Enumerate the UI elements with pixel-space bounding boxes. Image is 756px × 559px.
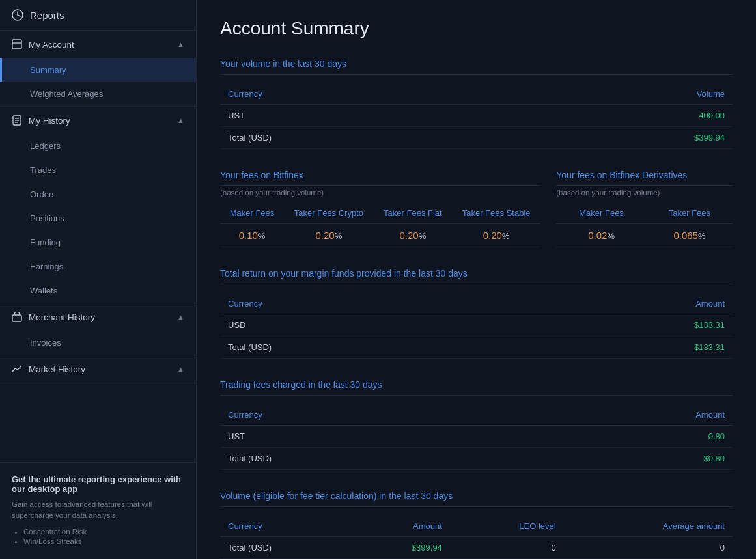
main-content: Account Summary Your volume in the last … [197,0,756,559]
sidebar-item-wallets[interactable]: Wallets [0,279,196,303]
trading-fees-row-amount: $0.80 [512,448,733,470]
merchant-history-icon [12,312,22,322]
table-row: UST 0.80 [220,426,733,448]
table-row: Total (USD) $133.31 [220,336,733,359]
sidebar-section-my-history: My History ▲ LedgersTradesOrdersPosition… [0,107,196,303]
fees-derivatives-table: Maker Fees Taker Fees 0.02% 0.065% [556,203,733,247]
volume-fee-title: Volume (eligible for fee tier calculatio… [220,491,733,507]
sidebar-section-my-account: My Account ▲ SummaryWeighted Averages [0,31,196,107]
sidebar: Reports My Account ▲ SummaryWeighted Ave… [0,0,197,559]
chevron-icon-my-account: ▲ [177,40,184,48]
reports-icon [12,9,23,21]
margin-col-currency: Currency [220,293,508,314]
sidebar-item-invoices[interactable]: Invoices [0,331,196,355]
sidebar-section-header-merchant-history[interactable]: Merchant History ▲ [0,303,196,331]
fees-taker-crypto: 0.20% [284,224,374,247]
svg-rect-9 [12,315,21,321]
fees-bitfinex-col-taker-fiat: Taker Fees Fiat [374,203,452,224]
trading-fees-row-amount: 0.80 [512,426,733,448]
table-row: 0.02% 0.065% [556,224,733,247]
volume-section-title: Your volume in the last 30 days [220,59,733,75]
svg-rect-3 [12,40,21,49]
trading-fees-row-currency: Total (USD) [220,448,512,470]
sidebar-section-label-my-history: My History [29,116,70,126]
sidebar-item-trades[interactable]: Trades [0,158,196,182]
margin-section-title: Total return on your margin funds provid… [220,268,733,284]
volume-row-currency: UST [220,105,508,127]
fees-derivatives-title: Your fees on Bitfinex Derivatives [556,170,733,186]
trading-fees-table: Currency Amount UST 0.80 Total (USD) $0.… [220,405,733,470]
fees-deriv-maker: 0.02% [556,224,647,247]
trading-fees-title: Trading fees charged in the last 30 days [220,379,733,396]
market-history-icon [12,364,22,374]
margin-row-amount: $133.31 [508,314,733,336]
sidebar-item-ledgers[interactable]: Ledgers [0,134,196,158]
table-row: Total (USD) $0.80 [220,448,733,470]
volume-table: Currency Volume UST 400.00 Total (USD) $… [220,84,733,149]
table-row: 0.10% 0.20% 0.20% 0.20% [220,224,540,247]
margin-col-amount: Amount [508,293,733,314]
footer-bullet: Concentration Risk [23,528,184,536]
vf-col-avg: Average amount [564,516,733,537]
trading-fees-col-amount: Amount [512,405,733,426]
fees-taker-fiat: 0.20% [374,224,452,247]
vf-row-avg: 0 [564,537,733,559]
trading-fees-row-currency: UST [220,426,512,448]
margin-table: Currency Amount USD $133.31 Total (USD) … [220,293,733,359]
sidebar-section-merchant-history: Merchant History ▲ Invoices [0,303,196,355]
sidebar-reports-header[interactable]: Reports [0,0,196,31]
fees-bitfinex-title: Your fees on Bitfinex [220,170,540,186]
margin-section: Total return on your margin funds provid… [220,268,733,359]
sidebar-item-summary[interactable]: Summary [0,58,196,82]
chevron-icon-market-history: ▲ [177,365,184,373]
sidebar-footer-bullets: Concentration RiskWin/Loss Streaks [12,528,184,545]
sidebar-section-header-my-account[interactable]: My Account ▲ [0,31,196,58]
fees-taker-stable: 0.20% [452,224,540,247]
sidebar-item-earnings[interactable]: Earnings [0,254,196,279]
sidebar-item-weighted-averages[interactable]: Weighted Averages [0,82,196,106]
trading-fees-section: Trading fees charged in the last 30 days… [220,379,733,470]
sidebar-item-funding[interactable]: Funding [0,230,196,254]
volume-row-volume: 400.00 [508,105,733,127]
table-row: Total (USD) $399.94 [220,127,733,149]
volume-row-currency: Total (USD) [220,127,508,149]
page-title: Account Summary [220,18,733,39]
sidebar-section-header-my-history[interactable]: My History ▲ [0,107,196,134]
volume-col-volume: Volume [508,84,733,105]
fees-deriv-col-maker: Maker Fees [556,203,647,224]
table-row: Total (USD) $399.94 0 0 [220,537,733,559]
fees-derivatives-block: Your fees on Bitfinex Derivatives (based… [556,170,733,247]
fees-maker: 0.10% [220,224,284,247]
fees-bitfinex-col-maker: Maker Fees [220,203,284,224]
fees-bitfinex-subtitle: (based on your trading volume) [220,189,540,197]
sidebar-section-label-market-history: Market History [29,364,85,374]
vf-col-leo: LEO level [450,516,564,537]
sidebar-section-market-history: Market History ▲ [0,355,196,383]
chevron-icon-merchant-history: ▲ [177,313,184,321]
vf-row-currency: Total (USD) [220,537,349,559]
footer-bullet: Win/Loss Streaks [23,538,184,545]
fees-row: Your fees on Bitfinex (based on your tra… [220,170,733,247]
volume-col-currency: Currency [220,84,508,105]
fees-deriv-taker: 0.065% [647,224,733,247]
my-history-icon [12,115,22,126]
margin-row-amount: $133.31 [508,336,733,359]
table-row: UST 400.00 [220,105,733,127]
volume-fee-section: Volume (eligible for fee tier calculatio… [220,491,733,559]
sidebar-item-positions[interactable]: Positions [0,206,196,230]
fees-deriv-col-taker: Taker Fees [647,203,733,224]
vf-row-leo: 0 [450,537,564,559]
sidebar-section-header-market-history[interactable]: Market History ▲ [0,355,196,383]
sidebar-item-orders[interactable]: Orders [0,182,196,206]
sidebar-section-label-merchant-history: Merchant History [29,312,95,322]
my-account-icon [12,39,22,49]
fees-bitfinex-col-taker-stable: Taker Fees Stable [452,203,540,224]
margin-row-currency: USD [220,314,508,336]
fees-bitfinex-block: Your fees on Bitfinex (based on your tra… [220,170,540,247]
fees-derivatives-subtitle: (based on your trading volume) [556,189,733,197]
chevron-icon-my-history: ▲ [177,116,184,124]
fees-bitfinex-table: Maker Fees Taker Fees Crypto Taker Fees … [220,203,540,247]
margin-row-currency: Total (USD) [220,336,508,359]
sidebar-footer-title: Get the ultimate reporting experience wi… [12,474,184,494]
volume-section: Your volume in the last 30 days Currency… [220,59,733,149]
